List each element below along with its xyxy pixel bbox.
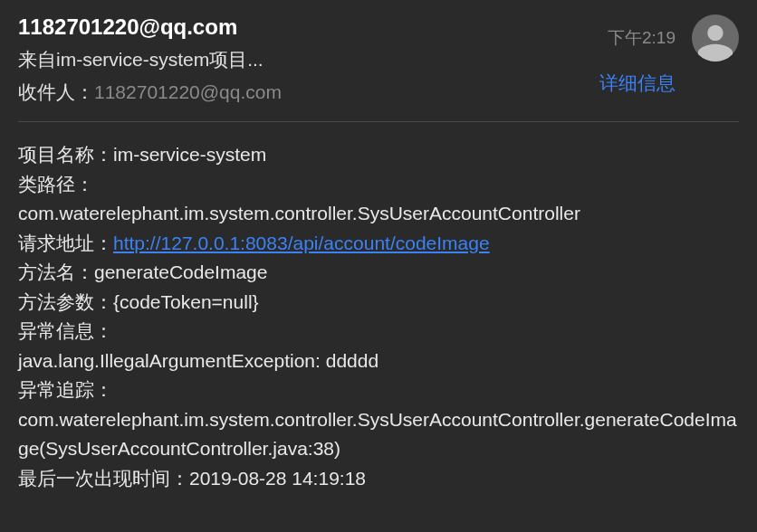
- details-link[interactable]: 详细信息: [599, 71, 676, 96]
- classpath-label: 类路径：: [18, 170, 739, 200]
- sender-address: 1182701220@qq.com: [18, 14, 540, 40]
- email-subject: 来自im-service-system项目...: [18, 47, 540, 72]
- classpath-value: com.waterelephant.im.system.controller.S…: [18, 199, 739, 229]
- request-url-link[interactable]: http://127.0.0.1:8083/api/account/codeIm…: [113, 229, 490, 259]
- url-label: 请求地址：: [18, 229, 113, 259]
- lasttime-label: 最后一次出现时间：: [18, 464, 189, 494]
- project-value: im-service-system: [113, 140, 266, 170]
- params-label: 方法参数：: [18, 288, 113, 318]
- lasttime-value: 2019-08-28 14:19:18: [189, 464, 366, 494]
- trace-label: 异常追踪：: [18, 375, 739, 405]
- timestamp: 下午2:19: [608, 26, 676, 50]
- project-label: 项目名称：: [18, 140, 113, 170]
- method-value: generateCodeImage: [94, 258, 267, 288]
- recipient-address: 1182701220@qq.com: [94, 81, 282, 102]
- email-body: 项目名称： im-service-system 类路径： com.waterel…: [18, 140, 739, 494]
- recipient-label: 收件人：: [18, 81, 94, 102]
- method-label: 方法名：: [18, 258, 94, 288]
- avatar[interactable]: [692, 14, 739, 62]
- params-value: {codeToken=null}: [113, 288, 259, 318]
- trace-value: com.waterelephant.im.system.controller.S…: [18, 405, 739, 464]
- person-icon: [695, 20, 736, 62]
- exception-label: 异常信息：: [18, 317, 739, 347]
- divider: [18, 121, 739, 122]
- exception-value: java.lang.IllegalArgumentException: dddd…: [18, 347, 739, 376]
